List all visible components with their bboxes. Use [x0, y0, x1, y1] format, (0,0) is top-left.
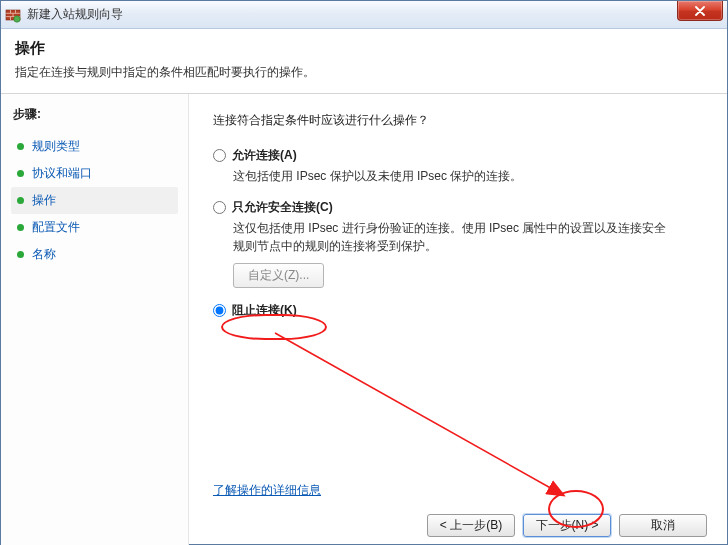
page-subtitle: 指定在连接与规则中指定的条件相匹配时要执行的操作。 [15, 64, 713, 81]
option-desc: 这包括使用 IPsec 保护以及未使用 IPsec 保护的连接。 [233, 168, 673, 185]
firewall-icon [5, 7, 21, 23]
header-block: 操作 指定在连接与规则中指定的条件相匹配时要执行的操作。 [1, 29, 727, 94]
bullet-icon [17, 224, 24, 231]
wizard-buttons: < 上一步(B) 下一步(N) > 取消 [427, 514, 707, 537]
page-heading: 操作 [15, 39, 713, 58]
radio-allow-secure[interactable] [213, 201, 226, 214]
content-row: 步骤: 规则类型 协议和端口 操作 配置文件 名称 连 [1, 94, 727, 545]
next-button[interactable]: 下一步(N) > [523, 514, 611, 537]
sidebar-item-name[interactable]: 名称 [11, 241, 178, 268]
learn-more-link[interactable]: 了解操作的详细信息 [213, 482, 321, 499]
close-icon [694, 6, 706, 16]
option-label: 只允许安全连接(C) [232, 199, 333, 216]
option-label: 阻止连接(K) [232, 302, 297, 319]
back-button[interactable]: < 上一步(B) [427, 514, 515, 537]
sidebar-item-label: 协议和端口 [32, 165, 92, 182]
option-label: 允许连接(A) [232, 147, 297, 164]
sidebar-item-label: 配置文件 [32, 219, 80, 236]
sidebar-item-label: 规则类型 [32, 138, 80, 155]
wizard-window: 新建入站规则向导 操作 指定在连接与规则中指定的条件相匹配时要执行的操作。 步骤… [0, 0, 728, 545]
bullet-icon [17, 197, 24, 204]
sidebar-item-action[interactable]: 操作 [11, 187, 178, 214]
steps-label: 步骤: [11, 106, 178, 123]
steps-sidebar: 步骤: 规则类型 协议和端口 操作 配置文件 名称 [1, 94, 189, 545]
radio-block[interactable] [213, 304, 226, 317]
sidebar-item-label: 操作 [32, 192, 56, 209]
customize-button: 自定义(Z)... [233, 263, 324, 288]
action-question: 连接符合指定条件时应该进行什么操作？ [213, 112, 703, 129]
titlebar: 新建入站规则向导 [1, 1, 727, 29]
close-button[interactable] [677, 1, 723, 21]
option-allow-secure: 只允许安全连接(C) 这仅包括使用 IPsec 进行身份验证的连接。使用 IPs… [213, 199, 703, 288]
main-panel: 连接符合指定条件时应该进行什么操作？ 允许连接(A) 这包括使用 IPsec 保… [189, 94, 727, 545]
sidebar-item-rule-type[interactable]: 规则类型 [11, 133, 178, 160]
svg-point-9 [14, 15, 20, 21]
bullet-icon [17, 251, 24, 258]
sidebar-item-label: 名称 [32, 246, 56, 263]
sidebar-item-protocol-port[interactable]: 协议和端口 [11, 160, 178, 187]
option-desc: 这仅包括使用 IPsec 进行身份验证的连接。使用 IPsec 属性中的设置以及… [233, 220, 673, 255]
option-allow: 允许连接(A) 这包括使用 IPsec 保护以及未使用 IPsec 保护的连接。 [213, 147, 703, 185]
window-title: 新建入站规则向导 [27, 6, 123, 23]
bullet-icon [17, 143, 24, 150]
bullet-icon [17, 170, 24, 177]
radio-allow[interactable] [213, 149, 226, 162]
option-block: 阻止连接(K) [213, 302, 703, 319]
sidebar-item-profile[interactable]: 配置文件 [11, 214, 178, 241]
cancel-button[interactable]: 取消 [619, 514, 707, 537]
